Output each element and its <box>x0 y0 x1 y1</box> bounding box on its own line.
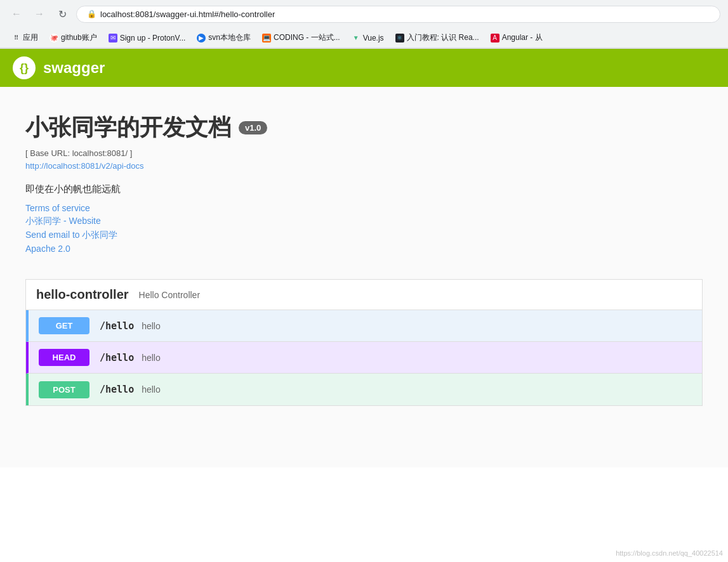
api-docs-link[interactable]: http://localhost:8081/v2/api-docs <box>25 161 143 171</box>
base-url: [ Base URL: localhost:8081/ ] <box>25 148 703 158</box>
bookmark-github[interactable]: 🐙 github账户 <box>46 30 101 45</box>
endpoint-row-post[interactable]: POST /hello hello <box>26 374 702 405</box>
svn-icon: ▶ <box>197 34 206 42</box>
github-icon: 🐙 <box>50 34 58 42</box>
lock-icon: 🔒 <box>87 10 96 18</box>
bookmark-svn[interactable]: ▶ svn本地仓库 <box>193 30 255 45</box>
terms-of-service-link[interactable]: Terms of service <box>25 203 703 213</box>
endpoint-path-get: /hello <box>100 320 134 332</box>
endpoint-summary-head: hello <box>142 353 161 363</box>
react-icon: ⚛ <box>395 34 404 42</box>
endpoint-row-head[interactable]: HEAD /hello hello <box>26 342 702 374</box>
bookmark-svn-label: svn本地仓库 <box>208 32 251 43</box>
swagger-logo: {} <box>13 56 36 79</box>
method-badge-head: HEAD <box>39 349 89 366</box>
bookmark-vuejs[interactable]: ▼ Vue.js <box>348 32 388 44</box>
bookmark-proton-label: Sign up - ProtonV... <box>120 34 186 42</box>
api-title-row: 小张同学的开发文档 v1.0 <box>25 112 703 143</box>
back-button[interactable]: ← <box>8 5 25 23</box>
bookmark-angular-label: Angular - 从 <box>502 32 543 43</box>
swagger-header: {} swagger <box>0 49 728 87</box>
controller-description: Hello Controller <box>139 290 200 300</box>
angular-icon: A <box>491 34 500 42</box>
bookmark-angular[interactable]: A Angular - 从 <box>487 30 546 45</box>
browser-chrome: ← → ↻ 🔒 localhost:8081/swagger-ui.html#/… <box>0 0 728 49</box>
method-badge-get: GET <box>39 317 89 334</box>
forward-button[interactable]: → <box>30 5 48 23</box>
bookmark-proton[interactable]: ✉ Sign up - ProtonV... <box>105 32 190 44</box>
license-link[interactable]: Apache 2.0 <box>25 244 703 254</box>
endpoint-summary-get: hello <box>142 321 161 331</box>
bookmark-apps-label: 应用 <box>23 32 38 43</box>
coding-icon: 💻 <box>262 34 271 42</box>
endpoint-path-head: /hello <box>100 352 134 363</box>
website-link[interactable]: 小张同学 - Website <box>25 216 703 227</box>
endpoint-path-post: /hello <box>100 384 134 395</box>
bookmark-react[interactable]: ⚛ 入门教程: 认识 Rea... <box>392 30 483 45</box>
api-links: Terms of service 小张同学 - Website Send ema… <box>25 203 703 254</box>
email-link[interactable]: Send email to 小张同学 <box>25 230 703 241</box>
main-content: 小张同学的开发文档 v1.0 [ Base URL: localhost:808… <box>0 87 728 467</box>
bookmark-apps[interactable]: ⠿ 应用 <box>8 30 42 45</box>
bookmark-coding-label: CODING - 一站式... <box>274 32 340 43</box>
controller-name: hello-controller <box>36 287 129 302</box>
api-description: 即使在小的帆也能远航 <box>25 183 703 195</box>
address-bar[interactable]: 🔒 localhost:8081/swagger-ui.html#/hello-… <box>76 6 720 23</box>
controller-header[interactable]: hello-controller Hello Controller <box>26 280 702 310</box>
controller-section: hello-controller Hello Controller GET /h… <box>25 279 703 406</box>
url-text: localhost:8081/swagger-ui.html#/hello-co… <box>100 10 275 19</box>
method-badge-post: POST <box>39 381 89 398</box>
browser-toolbar: ← → ↻ 🔒 localhost:8081/swagger-ui.html#/… <box>0 0 728 28</box>
swagger-logo-text: {} <box>20 62 29 75</box>
bookmark-coding[interactable]: 💻 CODING - 一站式... <box>258 30 344 45</box>
vuejs-icon: ▼ <box>352 34 361 42</box>
endpoint-summary-post: hello <box>142 384 161 395</box>
endpoint-row-get[interactable]: GET /hello hello <box>26 310 702 342</box>
refresh-button[interactable]: ↻ <box>53 5 71 23</box>
api-title-section: 小张同学的开发文档 v1.0 [ Base URL: localhost:808… <box>25 112 703 171</box>
bookmark-vuejs-label: Vue.js <box>363 34 384 42</box>
proton-icon: ✉ <box>109 34 117 42</box>
bookmark-react-label: 入门教程: 认识 Rea... <box>407 32 479 43</box>
api-version-badge: v1.0 <box>239 121 267 134</box>
api-title: 小张同学的开发文档 <box>25 112 231 143</box>
swagger-title: swagger <box>43 59 105 77</box>
bookmarks-bar: ⠿ 应用 🐙 github账户 ✉ Sign up - ProtonV... ▶… <box>0 28 728 48</box>
bookmark-github-label: github账户 <box>61 32 97 43</box>
apps-icon: ⠿ <box>11 34 20 42</box>
